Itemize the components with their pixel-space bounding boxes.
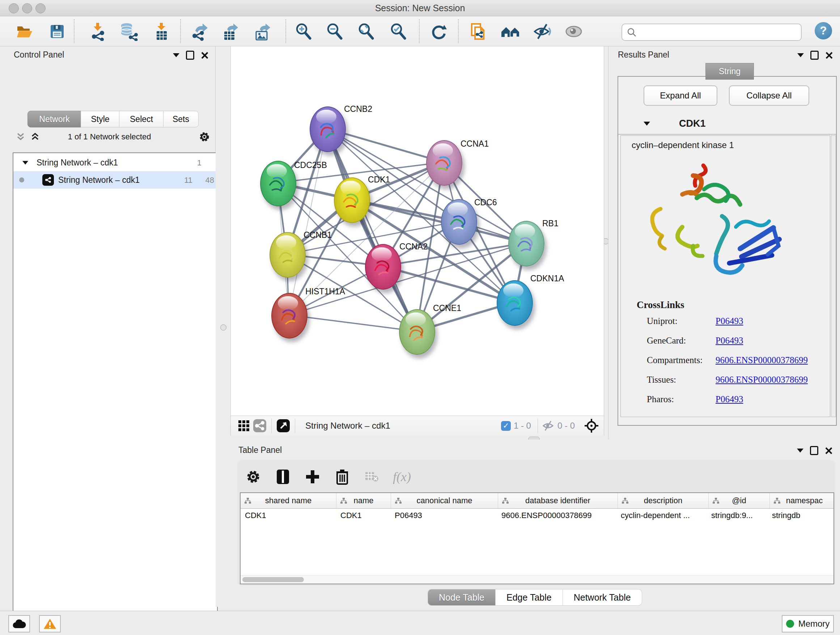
table-cell[interactable]: cyclin-dependent ... [616, 508, 707, 523]
network-view-toolbar: String Network – cdk1 ✓ 1 - 0 0 - 0 [231, 416, 604, 435]
network-node-CDKN1A[interactable] [497, 280, 533, 326]
tab-network[interactable]: Network [27, 111, 81, 127]
tab-edge-table[interactable]: Edge Table [496, 589, 563, 605]
column-header-name[interactable]: name [336, 493, 391, 508]
close-panel-icon[interactable] [825, 447, 833, 455]
crosslink-link[interactable]: P06493 [715, 336, 743, 346]
houses-icon[interactable] [500, 21, 521, 42]
network-node-CCNA1[interactable] [426, 140, 462, 186]
network-canvas[interactable]: CCNB2CCNA1CDC25BCDK1CDC6RB1CCNB1CCNA2CDK… [231, 46, 604, 416]
export-network-icon[interactable] [189, 21, 209, 42]
collapse-all-button[interactable]: Collapse All [729, 86, 809, 106]
export-table-icon[interactable] [220, 21, 240, 42]
zoom-in-icon[interactable] [294, 21, 314, 42]
table-row[interactable]: CDK1CDK1P064939606.ENSP00000378699cyclin… [240, 508, 834, 523]
search-icon [627, 27, 637, 37]
refresh-icon[interactable] [429, 21, 449, 42]
network-node-CDC6[interactable] [441, 199, 477, 245]
network-edge[interactable] [289, 243, 526, 315]
table-panel-title: Table Panel [238, 445, 282, 455]
column-header-canonical-name[interactable]: canonical name [391, 493, 498, 508]
left-splitter[interactable] [216, 46, 231, 607]
network-node-CCNB2[interactable] [309, 106, 346, 152]
results-scrollbar[interactable] [831, 135, 836, 417]
network-node-CDC25B[interactable] [260, 161, 296, 206]
save-session-icon[interactable] [47, 21, 67, 42]
float-panel-icon[interactable] [810, 446, 818, 455]
scrollbar-thumb[interactable] [242, 577, 304, 582]
close-panel-icon[interactable] [825, 51, 833, 59]
table-gear-icon[interactable] [245, 468, 262, 486]
tab-select[interactable]: Select [119, 111, 164, 127]
panel-menu-icon[interactable] [797, 448, 804, 453]
network-node-RB1[interactable] [508, 221, 545, 266]
tab-style[interactable]: Style [81, 111, 120, 127]
grid-view-icon[interactable] [236, 418, 252, 434]
network-node-HIST1H1A[interactable] [271, 293, 308, 339]
section-expander-icon[interactable] [644, 122, 650, 126]
network-node-CCNE1[interactable] [399, 309, 435, 355]
cloud-button[interactable] [8, 615, 30, 632]
zoom-out-icon[interactable] [325, 21, 345, 42]
tab-node-table[interactable]: Node Table [428, 589, 496, 605]
crosslink-link[interactable]: P06493 [715, 394, 743, 404]
column-header-shared-name[interactable]: shared name [240, 493, 336, 508]
column-header-database-identifier[interactable]: database identifier [498, 493, 618, 508]
column-header-namespac[interactable]: namespac [770, 493, 834, 508]
table-cell[interactable]: stringdb:9... [707, 508, 767, 523]
hide-eye-slash-icon[interactable] [532, 21, 553, 42]
zoom-selected-icon[interactable] [388, 21, 409, 42]
warnings-button[interactable] [39, 615, 61, 632]
open-session-icon[interactable] [14, 21, 35, 42]
selected-nodes-icon[interactable]: ✓ [501, 421, 511, 431]
panel-menu-icon[interactable] [173, 53, 180, 57]
panel-menu-icon[interactable] [797, 53, 804, 57]
delete-rows-icon[interactable] [333, 468, 351, 486]
splitter-grip[interactable] [220, 325, 226, 331]
tab-network-table[interactable]: Network Table [563, 589, 642, 605]
show-eye-icon[interactable] [564, 21, 584, 42]
network-edge[interactable] [289, 315, 416, 331]
hidden-items-icon[interactable] [542, 418, 554, 434]
gear-icon[interactable] [199, 131, 210, 143]
crosslink-link[interactable]: 9606.ENSP00000378699 [715, 375, 808, 385]
birds-eye-view-icon[interactable] [275, 418, 291, 434]
network-share-view-icon[interactable] [252, 418, 268, 434]
network-node-CCNB1[interactable] [270, 232, 306, 278]
collection-expander-icon[interactable] [22, 161, 28, 165]
import-network-database-icon[interactable] [118, 21, 139, 42]
horizontal-scrollbar[interactable] [240, 575, 834, 584]
table-cell[interactable]: CDK1 [336, 508, 390, 523]
crosslink-link[interactable]: P06493 [715, 316, 743, 326]
table-cell[interactable]: 9606.ENSP00000378699 [497, 508, 616, 523]
import-network-file-icon[interactable] [88, 21, 108, 42]
float-panel-icon[interactable] [810, 51, 819, 60]
close-panel-icon[interactable] [201, 51, 209, 59]
memory-button[interactable]: Memory [782, 615, 834, 632]
column-header-description[interactable]: description [618, 493, 709, 508]
gene-section-header[interactable]: CDK1 [618, 113, 836, 135]
table-cell[interactable]: P06493 [390, 508, 497, 523]
network-node-CDK1[interactable] [334, 177, 370, 223]
float-panel-icon[interactable] [186, 51, 194, 60]
crosshair-icon[interactable] [584, 418, 600, 434]
column-header--id[interactable]: @id [709, 493, 770, 508]
network-row-selected[interactable]: String Network – cdk1 11 48 [13, 171, 217, 188]
table-cell[interactable]: stringdb [767, 508, 834, 523]
add-column-icon[interactable] [274, 468, 292, 486]
network-view-title: String Network – cdk1 [305, 421, 390, 431]
add-row-icon[interactable] [304, 468, 321, 486]
network-node-CCNA2[interactable] [365, 244, 401, 290]
table-cell[interactable]: CDK1 [240, 508, 336, 523]
search-input[interactable] [622, 24, 802, 41]
zoom-fit-icon[interactable] [356, 21, 377, 42]
tab-string[interactable]: String [706, 63, 754, 80]
help-button[interactable]: ? [815, 22, 832, 40]
import-table-file-icon[interactable] [151, 21, 172, 42]
clone-network-icon[interactable] [468, 21, 488, 42]
export-image-icon[interactable] [252, 21, 272, 42]
tab-sets[interactable]: Sets [163, 111, 199, 127]
expand-all-button[interactable]: Expand All [644, 86, 717, 106]
crosslink-link[interactable]: 9606.ENSP00000378699 [715, 355, 808, 365]
network-collection-row[interactable]: String Network – cdk1 1 [13, 154, 217, 171]
